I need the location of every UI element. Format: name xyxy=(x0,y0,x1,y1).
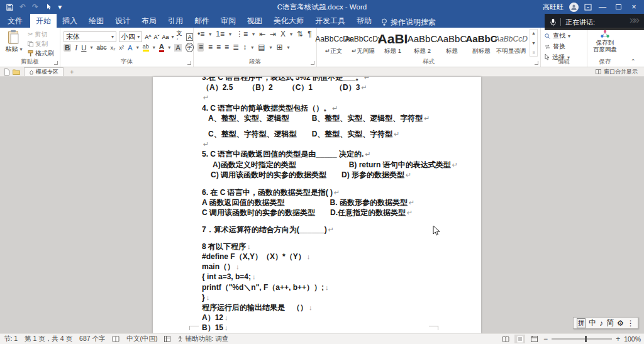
underline-button[interactable]: U xyxy=(81,44,86,52)
avatar[interactable] xyxy=(569,3,579,12)
format-painter-button[interactable]: 格式刷 xyxy=(28,49,54,57)
ribbon-tab[interactable]: 绘图 xyxy=(83,14,109,28)
document-line[interactable]: 6. 在 C 语言中，函数的数据类型是指( )↵ xyxy=(202,187,476,197)
zoom-slider-thumb[interactable] xyxy=(585,336,587,342)
increase-indent-button[interactable]: ⇥ xyxy=(270,30,276,38)
document-line[interactable]: A）12↓ xyxy=(202,313,476,323)
customize-qat-icon[interactable]: ▾ xyxy=(58,0,62,14)
paste-dropdown-icon[interactable]: ▾ xyxy=(19,47,22,52)
proofing-icon[interactable] xyxy=(112,336,119,342)
document-line[interactable]: C 调用该函数时的实参的数据类型 D.任意指定的数据类型↵ xyxy=(202,208,476,218)
strikethrough-button[interactable]: abc xyxy=(96,44,106,51)
ribbon-tab[interactable]: 布局 xyxy=(136,14,162,28)
style-item[interactable]: AaBbCcDx ↵正文 xyxy=(319,29,348,57)
touch-mode-icon[interactable] xyxy=(45,3,52,11)
font-name-combo[interactable]: 宋体▾ xyxy=(64,31,116,42)
borders-button[interactable]: ⊞ xyxy=(277,43,283,52)
ime-more-icon[interactable]: ⋮ xyxy=(627,319,635,328)
ime-charset-icon[interactable]: 简 xyxy=(606,318,614,328)
justify-button[interactable]: ≡ xyxy=(225,43,228,52)
multilevel-list-button[interactable]: ⋮≡ xyxy=(236,30,248,38)
ribbon-tab[interactable]: 开发工具 xyxy=(309,14,351,28)
dialog-launcher-icon[interactable] xyxy=(54,61,58,65)
open-folder-icon[interactable] xyxy=(13,69,20,75)
ribbon-tab[interactable]: 开始 xyxy=(30,14,57,28)
document-line[interactable]: 5. C 语言中函数返回值的类型是由_____ 决定的.↵ xyxy=(202,149,476,159)
decrease-indent-button[interactable]: ⇤ xyxy=(259,30,265,38)
bullets-button[interactable]: •≡ xyxy=(197,30,204,38)
document-line[interactable]: printf（"%d＼n", F（a++, b++））;↓ xyxy=(202,282,476,292)
ribbon-tab[interactable]: 美化大师 xyxy=(268,14,309,28)
scroll-up-icon[interactable]: ▲ xyxy=(531,31,536,35)
user-name[interactable]: 高旺旺 xyxy=(543,3,564,12)
align-left-button[interactable]: ≡ xyxy=(197,43,204,52)
ime-language-mode-icon[interactable]: 中 xyxy=(589,318,596,328)
style-item[interactable]: AaBbCcD 不明显强调 xyxy=(497,29,525,57)
document-line[interactable]: 程序运行后的输出结果是 （）↓ xyxy=(202,302,476,313)
change-case-button[interactable]: Aa xyxy=(162,34,169,40)
shading-button[interactable]: ▤ xyxy=(258,43,265,52)
document-line[interactable]: C) 调用该函数时的实参的数据类型 D) 形参的数据类型↵ xyxy=(202,170,476,180)
ribbon-tab[interactable]: 邮件 xyxy=(189,14,215,28)
zoom-level[interactable]: 100% xyxy=(624,335,641,343)
style-item[interactable]: AaBbC 副标题 xyxy=(467,29,496,57)
ribbon-tab[interactable]: 审阅 xyxy=(215,14,242,28)
ime-toolbar[interactable]: 拼 中 ♪ 简 ⚙ ⋮ xyxy=(573,317,638,329)
character-border-button[interactable]: A xyxy=(186,33,193,41)
section-indicator[interactable]: 节: 1 xyxy=(4,335,18,343)
bold-button[interactable]: B xyxy=(64,44,71,52)
ribbon-tab[interactable]: 文件 xyxy=(0,14,30,28)
numbering-button[interactable]: 1≡ xyxy=(216,30,225,38)
text-effects-button[interactable]: A xyxy=(128,44,133,52)
ribbon-display-options-icon[interactable] xyxy=(584,4,592,11)
show-hide-marks-button[interactable]: ¶ xyxy=(308,30,311,38)
zoom-slider[interactable] xyxy=(552,338,612,340)
document-line[interactable]: 8 有以下程序↓ xyxy=(202,241,476,252)
asian-layout-button[interactable]: X xyxy=(280,30,286,38)
phonetic-guide-button[interactable]: 文ˊ xyxy=(177,30,184,44)
document-line[interactable]: ↵ xyxy=(202,139,476,149)
document-line[interactable]: A、整型、实型、逻辑型 B、整型、实型、逻辑型、字符型↵ xyxy=(202,113,476,123)
document-line[interactable]: #define F（X,Y）（X）*（Y）↓ xyxy=(202,252,476,262)
close-button[interactable]: × xyxy=(629,3,639,11)
ribbon-tab[interactable]: 引用 xyxy=(162,14,189,28)
style-item[interactable]: AaBbC 标题 2 xyxy=(408,29,436,57)
document-page[interactable]: 3.在 C 语言程序中，表达式 5%2 的值不是___。↵ （A）2.5 （B）… xyxy=(153,77,481,333)
font-size-combo[interactable]: 小四▾ xyxy=(119,31,142,42)
undo-icon[interactable]: ↶ xyxy=(19,0,26,14)
document-line[interactable]: { int a=3, b=4;↓ xyxy=(202,272,476,282)
copy-button[interactable]: 复制 xyxy=(28,40,54,48)
page-indicator[interactable]: 第 1 页，共 4 页 xyxy=(25,335,72,343)
dialog-launcher-icon[interactable] xyxy=(187,61,191,65)
style-item[interactable]: AaBbCcDx ↵无间隔 xyxy=(349,29,377,57)
replace-button[interactable]: 替换 xyxy=(545,42,570,51)
document-line[interactable]: C、整型、字符型、逻辑型 D、整型、实型、字符型↵ xyxy=(202,129,476,139)
superscript-button[interactable]: x² xyxy=(119,45,125,51)
document-line[interactable]: （A）2.5 （B）2 （C）1 （D）3↵ xyxy=(202,82,476,92)
ime-sound-icon[interactable]: ♪ xyxy=(599,319,603,328)
window-merge-button[interactable]: 窗口合并显示 xyxy=(596,68,638,76)
enclose-characters-button[interactable]: 字 xyxy=(186,43,194,52)
accessibility-status[interactable]: 辅助功能: 调查 xyxy=(177,335,228,343)
dialog-launcher-icon[interactable] xyxy=(311,61,314,65)
distribute-button[interactable]: ≣ xyxy=(233,43,238,52)
document-line[interactable]: ↵ xyxy=(202,92,476,103)
scroll-down-icon[interactable]: ▼ xyxy=(531,41,536,45)
read-mode-view-button[interactable] xyxy=(500,335,511,343)
ribbon-tab[interactable]: 视图 xyxy=(242,14,268,28)
ribbon-tab[interactable]: 插入 xyxy=(57,14,83,28)
font-color-button[interactable]: A xyxy=(159,43,164,52)
style-item[interactable]: AaBbC 标题 xyxy=(438,29,466,57)
ribbon-tab[interactable]: 设计 xyxy=(109,14,136,28)
document-tab[interactable]: 模板专区 xyxy=(24,67,64,76)
shrink-font-button[interactable]: Aˇ xyxy=(154,34,160,40)
new-tab-button[interactable]: ＋ xyxy=(64,67,80,76)
dialog-launcher-icon[interactable] xyxy=(535,61,538,65)
word-count[interactable]: 687 个字 xyxy=(79,335,105,343)
macro-record-icon[interactable] xyxy=(164,336,170,342)
style-item[interactable]: AaBI 标题 1 xyxy=(379,29,407,57)
new-document-icon[interactable] xyxy=(4,69,9,75)
zoom-out-button[interactable]: − xyxy=(543,335,548,343)
ime-toolbox-icon[interactable]: ⚙ xyxy=(617,319,624,328)
align-center-button[interactable]: ≡ xyxy=(208,43,212,52)
